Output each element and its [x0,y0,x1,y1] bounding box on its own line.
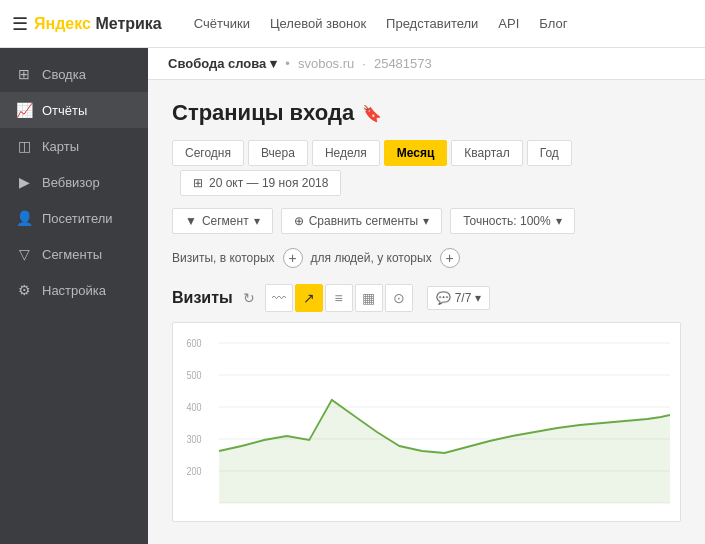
top-nav: ☰ Яндекс Метрика Счётчики Целевой звонок… [0,0,705,48]
accuracy-selector[interactable]: Точность: 100% ▾ [450,208,574,234]
tab-quarter[interactable]: Квартал [451,140,522,166]
sidebar-item-segments[interactable]: ▽ Сегменты [0,236,148,272]
compare-button[interactable]: ⊕ Сравнить сегменты ▾ [281,208,443,234]
breadcrumb-site[interactable]: Свобода слова ▾ [168,56,277,71]
metrics-selector[interactable]: 💬 7/7 ▾ [427,286,491,310]
page-title: Страницы входа [172,100,354,126]
top-nav-links: Счётчики Целевой звонок Представители AP… [194,16,568,31]
hamburger-icon[interactable]: ☰ [12,13,28,35]
y-label-300: 300 [187,434,202,446]
segment-filter-row: Визиты, в которых + для людей, у которых… [172,248,681,268]
logo[interactable]: ☰ Яндекс Метрика [12,13,162,35]
compare-icon: ⊕ [294,214,304,228]
metrics-count: 7/7 [455,291,472,305]
filter-row: ▼ Сегмент ▾ ⊕ Сравнить сегменты ▾ Точнос… [172,208,681,234]
segments-icon: ▽ [16,246,32,262]
page-title-row: Страницы входа 🔖 [172,100,681,126]
chart-type-smooth-button[interactable]: ≡ [325,284,353,312]
metrics-chevron: ▾ [475,291,481,305]
nav-link-partners[interactable]: Представители [386,16,478,31]
visits-chart: 600 500 400 300 200 [183,333,670,513]
tab-year[interactable]: Год [527,140,572,166]
dashboard-icon: ⊞ [16,66,32,82]
nav-link-counters[interactable]: Счётчики [194,16,250,31]
accuracy-label: Точность: 100% [463,214,550,228]
nav-link-call[interactable]: Целевой звонок [270,16,366,31]
breadcrumb-counter-id: 25481573 [374,56,432,71]
y-label-200: 200 [187,466,202,478]
filter-icon: ▼ [185,214,197,228]
chevron-down-icon: ▾ [270,56,277,71]
nav-link-blog[interactable]: Блог [539,16,567,31]
logo-yandex: Яндекс [34,15,91,32]
segment-chevron: ▾ [254,214,260,228]
y-label-500: 500 [187,370,202,382]
webvisor-icon: ▶ [16,174,32,190]
chart-type-line-button[interactable]: 〰 [265,284,293,312]
sidebar-item-visitors[interactable]: 👤 Посетители [0,200,148,236]
add-visit-segment-button[interactable]: + [283,248,303,268]
breadcrumb-domain: svobos.ru [298,56,354,71]
breadcrumb-site-name: Свобода слова [168,56,266,71]
accuracy-chevron: ▾ [556,214,562,228]
breadcrumb-separator: • [285,56,290,71]
segment-middle: для людей, у которых [311,251,432,265]
logo-text: Яндекс Метрика [34,15,162,33]
sidebar-label-segments: Сегменты [42,247,102,262]
maps-icon: ◫ [16,138,32,154]
bookmark-icon[interactable]: 🔖 [362,104,382,123]
refresh-icon[interactable]: ↻ [243,290,255,306]
sidebar-label-maps: Карты [42,139,79,154]
reports-icon: 📈 [16,102,32,118]
sidebar-label-reports: Отчёты [42,103,87,118]
sidebar-label-settings: Настройка [42,283,106,298]
y-label-600: 600 [187,338,202,350]
logo-metrika: Метрика [95,15,161,32]
sidebar-label-webvisor: Вебвизор [42,175,100,190]
tab-yesterday[interactable]: Вчера [248,140,308,166]
sidebar-item-dashboard[interactable]: ⊞ Сводка [0,56,148,92]
tab-today[interactable]: Сегодня [172,140,244,166]
sidebar: ⊞ Сводка 📈 Отчёты ◫ Карты ▶ Вебвизор 👤 П… [0,48,148,544]
main-content: Свобода слова ▾ • svobos.ru · 25481573 С… [148,48,705,544]
chart-area: 600 500 400 300 200 [172,322,681,522]
visitors-icon: 👤 [16,210,32,226]
page-content: Страницы входа 🔖 Сегодня Вчера Неделя Ме… [148,80,705,542]
sidebar-item-webvisor[interactable]: ▶ Вебвизор [0,164,148,200]
chart-type-bar-button[interactable]: ▦ [355,284,383,312]
period-tabs: Сегодня Вчера Неделя Месяц Квартал Год ⊞… [172,140,681,196]
segment-prefix: Визиты, в которых [172,251,275,265]
date-range-text: 20 окт — 19 ноя 2018 [209,176,328,190]
compare-chevron: ▾ [423,214,429,228]
nav-link-api[interactable]: API [498,16,519,31]
metrics-bubble-icon: 💬 [436,291,451,305]
sidebar-label-dashboard: Сводка [42,67,86,82]
main-layout: ⊞ Сводка 📈 Отчёты ◫ Карты ▶ Вебвизор 👤 П… [0,48,705,544]
calendar-icon: ⊞ [193,176,203,190]
sidebar-item-reports[interactable]: 📈 Отчёты [0,92,148,128]
sidebar-item-settings[interactable]: ⚙ Настройка [0,272,148,308]
date-range-picker[interactable]: ⊞ 20 окт — 19 ноя 2018 [180,170,341,196]
visits-header: Визиты ↻ 〰 ↗ ≡ ▦ ⊙ 💬 7/7 ▾ [172,284,681,312]
breadcrumb: Свобода слова ▾ • svobos.ru · 25481573 [148,48,705,80]
tab-month[interactable]: Месяц [384,140,448,166]
sidebar-item-maps[interactable]: ◫ Карты [0,128,148,164]
y-label-400: 400 [187,402,202,414]
chart-fill-area [219,400,670,503]
chart-type-area-button[interactable]: ↗ [295,284,323,312]
visits-title: Визиты [172,289,233,307]
tab-week[interactable]: Неделя [312,140,380,166]
chart-type-icons: 〰 ↗ ≡ ▦ ⊙ [265,284,413,312]
settings-icon: ⚙ [16,282,32,298]
chart-type-scatter-button[interactable]: ⊙ [385,284,413,312]
segment-button[interactable]: ▼ Сегмент ▾ [172,208,273,234]
breadcrumb-separator2: · [362,56,366,71]
sidebar-label-visitors: Посетители [42,211,113,226]
add-people-segment-button[interactable]: + [440,248,460,268]
segment-label: Сегмент [202,214,249,228]
compare-label: Сравнить сегменты [309,214,419,228]
